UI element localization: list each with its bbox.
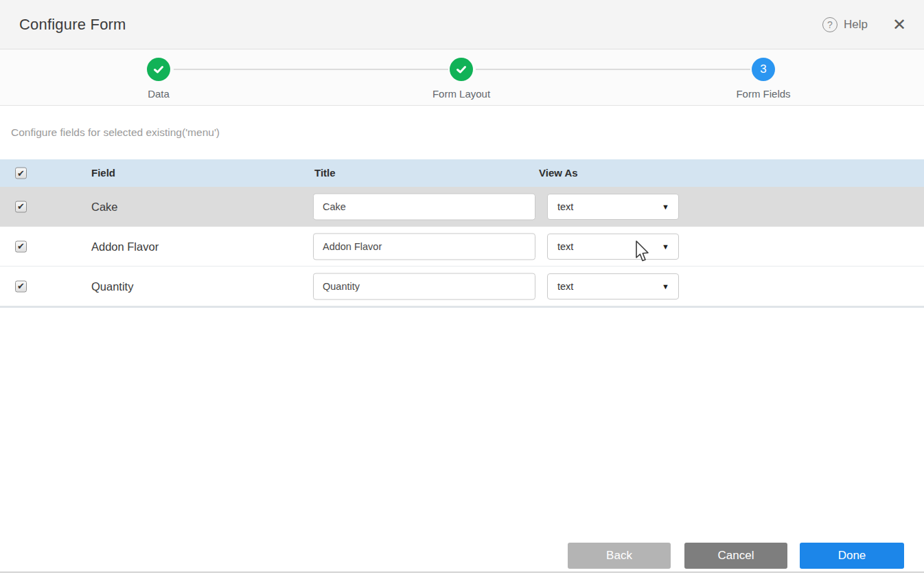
stepper-connector-1 [174,69,448,70]
row-checkbox[interactable]: ✔ [15,280,27,292]
wizard-stepper: Data Form Layout 3 Form Fields [0,49,924,106]
step-form-fields[interactable]: 3 Form Fields [722,58,805,100]
view-as-select[interactable]: text ▼ [547,194,679,220]
table-row[interactable]: ✔ Addon Flavor text ▼ [0,227,924,267]
view-as-select[interactable]: text ▼ [547,234,679,260]
step-form-layout[interactable]: Form Layout [420,58,503,100]
step-complete-icon [147,58,170,81]
chevron-down-icon: ▼ [662,282,669,291]
column-header-view-as: View As [539,167,578,179]
field-name-label: Quantity [91,280,133,293]
dialog-titlebar: Configure Form ? Help ✕ [0,0,924,49]
select-all-checkbox[interactable]: ✔ [15,168,27,179]
field-name-label: Cake [91,200,118,213]
step-label: Form Layout [420,88,503,100]
title-input[interactable] [313,233,535,260]
column-header-field: Field [91,167,115,179]
chevron-down-icon: ▼ [662,203,669,211]
stepper-connector-2 [476,69,750,70]
section-description: Configure fields for selected existing('… [11,126,220,139]
view-as-select[interactable]: text ▼ [547,273,679,299]
fields-table: ✔ Field Title View As ✔ Cake text ▼ ✔ Ad… [0,159,924,308]
step-data[interactable]: Data [117,58,200,100]
help-label: Help [844,18,868,32]
back-button[interactable]: Back [568,543,671,569]
table-row[interactable]: ✔ Cake text ▼ [0,187,924,227]
column-header-title: Title [314,167,336,179]
chevron-down-icon: ▼ [662,242,669,251]
row-checkbox[interactable]: ✔ [15,240,27,252]
step-label: Form Fields [722,88,805,100]
help-icon: ? [822,17,838,32]
field-name-label: Addon Flavor [91,240,159,253]
done-button[interactable]: Done [800,543,904,569]
title-input[interactable] [313,273,535,299]
page-title: Configure Form [19,16,126,34]
step-complete-icon [450,58,473,81]
help-button[interactable]: ? Help [822,17,868,32]
cancel-button[interactable]: Cancel [684,543,787,569]
table-body: ✔ Cake text ▼ ✔ Addon Flavor text ▼ ✔ Qu… [0,187,924,308]
close-icon[interactable]: ✕ [892,16,906,33]
title-input[interactable] [313,193,535,220]
dialog-bottom-border [0,572,924,573]
table-header-row: ✔ Field Title View As [0,159,924,187]
step-label: Data [117,88,200,100]
row-checkbox[interactable]: ✔ [15,201,27,212]
table-row[interactable]: ✔ Quantity text ▼ [0,267,924,306]
step-number-badge: 3 [752,58,775,81]
